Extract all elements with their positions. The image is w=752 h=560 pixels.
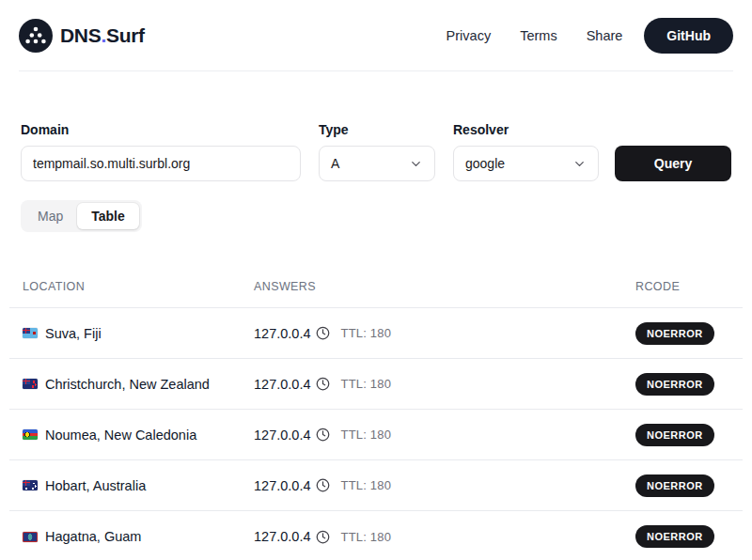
country-flag-icon — [23, 379, 38, 389]
domain-label: Domain — [21, 122, 301, 137]
table-row: Hagatna, Guam 127.0.0.4 TTL: 180 NOERROR — [9, 511, 743, 560]
answer-ip: 127.0.0.4 — [254, 377, 310, 392]
answers-cell: 127.0.0.4 TTL: 180 — [254, 377, 635, 392]
location-label: Suva, Fiji — [45, 326, 102, 341]
location-label: Christchurch, New Zealand — [45, 377, 210, 392]
ttl-label: TTL: 180 — [340, 530, 391, 544]
rcode-badge: NOERROR — [635, 322, 714, 345]
clock-icon — [316, 530, 330, 544]
nav-link-share[interactable]: Share — [587, 28, 623, 43]
rcode-cell: NOERROR — [635, 322, 729, 345]
rcode-badge: NOERROR — [635, 424, 714, 446]
table-row: Christchurch, New Zealand 127.0.0.4 TTL:… — [9, 359, 743, 410]
answer-ip: 127.0.0.4 — [254, 529, 310, 544]
location-cell: Suva, Fiji — [23, 326, 254, 341]
country-flag-icon — [23, 480, 38, 490]
country-flag-icon — [23, 429, 38, 440]
location-label: Noumea, New Caledonia — [45, 428, 196, 443]
column-header-rcode: RCODE — [635, 280, 729, 293]
toggle-option-map[interactable]: Map — [24, 203, 77, 229]
type-select-value: A — [331, 156, 339, 171]
brand: DNS.Surf — [19, 19, 145, 53]
rcode-cell: NOERROR — [635, 474, 729, 497]
nav-link-privacy[interactable]: Privacy — [446, 28, 492, 43]
rcode-badge: NOERROR — [635, 474, 714, 497]
rcode-badge: NOERROR — [635, 525, 714, 548]
ttl-label: TTL: 180 — [340, 377, 391, 391]
rcode-cell: NOERROR — [635, 525, 729, 548]
column-header-answers: ANSWERS — [254, 280, 635, 293]
column-header-location: LOCATION — [23, 280, 254, 293]
rcode-cell: NOERROR — [635, 373, 729, 396]
chevron-down-icon — [409, 157, 423, 171]
results-table: LOCATION ANSWERS RCODE Suva, Fiji 127.0.… — [9, 265, 743, 560]
query-button[interactable]: Query — [615, 146, 731, 181]
query-form: Domain Type A Resolver google Query — [21, 122, 731, 181]
answers-cell: 127.0.0.4 TTL: 180 — [254, 529, 635, 544]
answers-cell: 127.0.0.4 TTL: 180 — [254, 326, 635, 341]
view-toggle: Map Table — [21, 200, 142, 232]
github-button[interactable]: GitHub — [644, 18, 733, 54]
table-header-row: LOCATION ANSWERS RCODE — [9, 265, 743, 308]
location-label: Hagatna, Guam — [45, 529, 141, 544]
location-label: Hobart, Australia — [45, 478, 146, 493]
location-cell: Hagatna, Guam — [23, 529, 254, 544]
type-select[interactable]: A — [319, 146, 435, 181]
type-field-group: Type A — [319, 122, 435, 181]
chevron-down-icon — [572, 157, 587, 171]
toggle-option-table[interactable]: Table — [77, 203, 139, 229]
clock-icon — [316, 478, 330, 492]
location-cell: Christchurch, New Zealand — [23, 377, 254, 392]
rcode-badge: NOERROR — [635, 373, 714, 396]
answer-ip: 127.0.0.4 — [254, 428, 310, 443]
ttl-label: TTL: 180 — [340, 428, 391, 442]
rcode-cell: NOERROR — [635, 424, 729, 446]
answers-cell: 127.0.0.4 TTL: 180 — [254, 478, 635, 493]
domain-field-group: Domain — [21, 122, 301, 181]
answer-ip: 127.0.0.4 — [254, 326, 310, 341]
type-label: Type — [319, 122, 435, 137]
main-content: Domain Type A Resolver google Query Map … — [0, 122, 752, 560]
clock-icon — [316, 377, 330, 391]
country-flag-icon — [23, 328, 38, 338]
table-body: Suva, Fiji 127.0.0.4 TTL: 180 NOERROR Ch… — [9, 308, 743, 560]
clock-icon — [316, 326, 330, 340]
top-header: DNS.Surf Privacy Terms Share GitHub — [19, 0, 733, 71]
domain-input[interactable] — [21, 146, 301, 181]
ttl-label: TTL: 180 — [340, 326, 391, 340]
ttl-label: TTL: 180 — [340, 478, 391, 492]
location-cell: Hobart, Australia — [23, 478, 254, 493]
country-flag-icon — [23, 532, 38, 542]
resolver-field-group: Resolver google — [453, 122, 599, 181]
table-row: Hobart, Australia 127.0.0.4 TTL: 180 NOE… — [9, 460, 743, 511]
resolver-select-value: google — [465, 156, 505, 171]
dns-surf-logo-icon — [19, 19, 53, 53]
resolver-select[interactable]: google — [453, 146, 599, 181]
table-row: Suva, Fiji 127.0.0.4 TTL: 180 NOERROR — [9, 308, 743, 359]
location-cell: Noumea, New Caledonia — [23, 428, 254, 443]
nav-link-terms[interactable]: Terms — [520, 28, 556, 43]
answer-ip: 127.0.0.4 — [254, 478, 310, 493]
table-row: Noumea, New Caledonia 127.0.0.4 TTL: 180… — [9, 410, 743, 460]
answers-cell: 127.0.0.4 TTL: 180 — [254, 428, 635, 443]
resolver-label: Resolver — [453, 122, 599, 137]
header-nav: Privacy Terms Share GitHub — [446, 18, 733, 54]
clock-icon — [316, 428, 330, 442]
brand-title: DNS.Surf — [60, 24, 145, 47]
